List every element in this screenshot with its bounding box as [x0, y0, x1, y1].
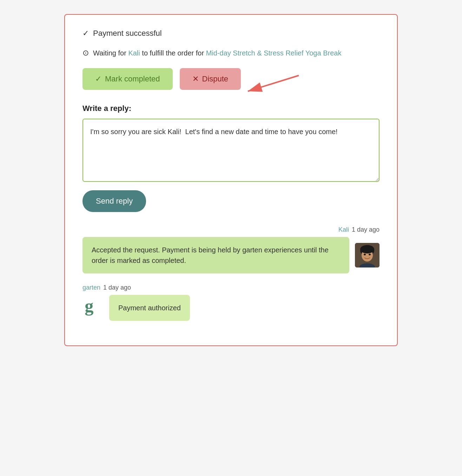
action-buttons-row: ✓ Mark completed ✕ Dispute: [82, 68, 380, 90]
avatar-svg: [355, 243, 380, 267]
checkmark-icon: ✓: [95, 74, 101, 84]
kali-sender-name: Kali: [338, 226, 349, 233]
dispute-button[interactable]: ✕ Dispute: [180, 68, 241, 90]
kali-time: 1 day ago: [352, 226, 380, 233]
kali-link[interactable]: Kali: [128, 49, 140, 57]
svg-line-1: [248, 75, 299, 91]
main-card: ✓ Payment successful ⊙ Waiting for Kali …: [64, 14, 398, 346]
garten-logo: g: [82, 296, 104, 320]
write-reply-label: Write a reply:: [82, 104, 380, 113]
send-reply-button[interactable]: Send reply: [82, 190, 146, 212]
kali-message-group: Kali 1 day ago Accepted the request. Pay…: [82, 226, 380, 273]
x-icon: ✕: [192, 74, 199, 84]
waiting-row: ⊙ Waiting for Kali to fulfill the order …: [82, 48, 380, 58]
kali-message-row: Accepted the request. Payment is being h…: [82, 237, 380, 273]
order-link[interactable]: Mid-day Stretch & Stress Relief Yoga Bre…: [206, 49, 342, 57]
garten-message-group: garten 1 day ago g Payment authorized: [82, 284, 380, 321]
reply-textarea[interactable]: I'm so sorry you are sick Kali! Let's fi…: [82, 119, 380, 182]
garten-message-row: g Payment authorized: [82, 295, 190, 321]
garten-time: 1 day ago: [103, 284, 131, 291]
svg-point-6: [364, 254, 366, 256]
garten-bubble: Payment authorized: [109, 295, 190, 321]
garten-logo-svg: g: [84, 297, 103, 319]
payment-status: ✓ Payment successful: [82, 29, 380, 38]
kali-avatar: [355, 243, 380, 267]
page-container: ✓ Payment successful ⊙ Waiting for Kali …: [0, 0, 462, 476]
garten-meta: garten 1 day ago: [82, 284, 131, 291]
garten-sender-name: garten: [82, 284, 100, 291]
mark-completed-button[interactable]: ✓ Mark completed: [82, 68, 173, 90]
arrow-icon: [244, 72, 301, 100]
kali-avatar-image: [355, 243, 380, 267]
message-thread: Kali 1 day ago Accepted the request. Pay…: [82, 226, 380, 328]
waiting-text: Waiting for Kali to fulfill the order fo…: [93, 48, 341, 58]
garten-message-text: Payment authorized: [118, 304, 181, 312]
clock-icon: ⊙: [82, 48, 89, 58]
svg-point-5: [360, 245, 374, 253]
kali-bubble: Accepted the request. Payment is being h…: [82, 237, 349, 273]
kali-message-text: Accepted the request. Payment is being h…: [92, 246, 329, 264]
payment-status-label: Payment successful: [93, 29, 162, 38]
kali-meta: Kali 1 day ago: [338, 226, 380, 233]
svg-text:g: g: [85, 297, 93, 316]
check-icon: ✓: [82, 29, 89, 38]
svg-point-7: [369, 254, 371, 256]
